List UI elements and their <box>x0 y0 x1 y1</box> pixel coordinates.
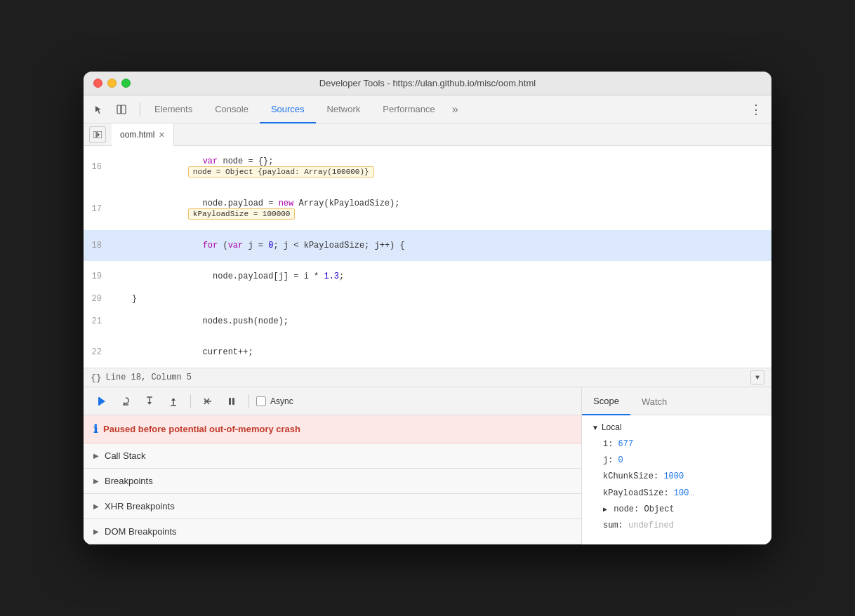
scope-tab-watch[interactable]: Watch <box>630 387 678 415</box>
call-stack-label: Call Stack <box>105 450 146 461</box>
code-lines: 16 var node = {}; node = Object {payload… <box>84 146 771 368</box>
scope-item-sum: sum: undefined <box>592 518 762 534</box>
svg-rect-1 <box>121 105 126 114</box>
scope-local-triangle-icon: ▼ <box>592 424 599 431</box>
line-code-16: var node = {}; node = Object {payload: A… <box>109 147 374 187</box>
debugger-toolbar: Async <box>84 387 581 415</box>
scope-item-i: i: 677 <box>592 436 762 453</box>
minimize-button[interactable] <box>107 79 117 88</box>
main-tabs: Elements Console Sources Network Perform… <box>143 95 746 123</box>
line-number-19: 19 <box>84 272 109 281</box>
cursor-icon[interactable] <box>89 100 109 119</box>
resume-button[interactable] <box>92 391 112 411</box>
breakpoints-arrow-icon: ▶ <box>93 477 99 485</box>
toolbar-icons <box>89 100 131 119</box>
breakpoints-section[interactable]: ▶ Breakpoints <box>84 469 581 494</box>
line-number-20: 20 <box>84 294 109 304</box>
dom-breakpoints-arrow-icon: ▶ <box>93 528 99 535</box>
file-tab-oom-html[interactable]: oom.html × <box>112 123 174 146</box>
code-line-22: 22 current++; <box>84 337 771 368</box>
call-stack-arrow-icon: ▶ <box>93 452 99 460</box>
sidebar-toggle-button[interactable] <box>89 126 106 143</box>
devtools-body: Elements Console Sources Network Perform… <box>84 95 771 544</box>
code-line-16: 16 var node = {}; node = Object {payload… <box>84 146 771 188</box>
pause-on-exception-button[interactable] <box>222 391 241 411</box>
devtools-window: Developer Tools - https://ulan.github.io… <box>84 72 771 544</box>
line-code-21: nodes.push(node); <box>109 307 289 336</box>
file-tab-name: oom.html <box>120 130 154 140</box>
breakpoints-label: Breakpoints <box>105 476 153 486</box>
scope-item-node[interactable]: ▶ node: Object <box>592 502 762 518</box>
line-number-22: 22 <box>84 347 109 357</box>
svg-rect-6 <box>98 397 100 406</box>
deactivate-breakpoints-button[interactable] <box>198 391 218 411</box>
info-icon: ℹ <box>93 422 98 436</box>
status-braces-icon: {} <box>91 373 102 383</box>
left-debugger-panel: Async ℹ Paused before potential out-of-m… <box>84 387 582 544</box>
main-toolbar: Elements Console Sources Network Perform… <box>84 95 771 123</box>
line-code-22: current++; <box>109 337 253 367</box>
line-number-16: 16 <box>84 162 109 172</box>
xhr-breakpoints-label: XHR Breakpoints <box>105 501 175 511</box>
variable-tooltip-node: node = Object {payload: Array(100000)} <box>188 166 374 178</box>
debug-async-divider <box>248 394 249 408</box>
call-stack-section[interactable]: ▶ Call Stack <box>84 443 581 469</box>
variable-tooltip-kpayloadsize: kPayloadSize = 100000 <box>188 208 296 220</box>
async-toggle[interactable]: Async <box>256 396 293 406</box>
async-checkbox[interactable] <box>256 396 266 406</box>
code-line-18: 18 for (var j = 0; j < kPayloadSize; j++… <box>84 230 771 261</box>
tab-sources[interactable]: Sources <box>260 95 316 123</box>
tab-console[interactable]: Console <box>204 95 260 123</box>
svg-marker-4 <box>98 133 100 137</box>
file-tab-close-button[interactable]: × <box>159 129 164 140</box>
line-number-17: 17 <box>84 204 109 214</box>
window-title: Developer Tools - https://ulan.github.io… <box>319 78 536 88</box>
code-line-21: 21 nodes.push(node); <box>84 306 771 337</box>
scope-item-j: j: 0 <box>592 453 762 469</box>
pause-warning-text: Paused before potential out-of-memory cr… <box>103 424 300 434</box>
svg-marker-10 <box>147 402 152 405</box>
more-menu-button[interactable]: ⋮ <box>746 100 766 119</box>
async-label-text: Async <box>270 396 293 406</box>
scope-local-label: ▼ Local <box>592 422 762 432</box>
line-code-18: for (var j = 0; j < kPayloadSize; j++) { <box>109 231 405 260</box>
svg-marker-13 <box>171 398 175 401</box>
scope-tab-scope[interactable]: Scope <box>582 387 630 415</box>
code-editor: 16 var node = {}; node = Object {payload… <box>84 146 771 387</box>
line-number-21: 21 <box>84 316 109 326</box>
xhr-breakpoints-arrow-icon: ▶ <box>93 502 99 510</box>
step-into-button[interactable] <box>140 391 159 411</box>
tab-network[interactable]: Network <box>316 95 372 123</box>
line-code-17: node.payload = new Array(kPayloadSize); … <box>109 189 405 229</box>
scope-tabs: Scope Watch <box>582 387 771 415</box>
dom-breakpoints-section[interactable]: ▶ DOM Breakpoints <box>84 519 581 544</box>
tab-overflow-button[interactable]: » <box>446 95 464 123</box>
status-position: Line 18, Column 5 <box>106 373 192 382</box>
step-over-button[interactable] <box>116 391 135 411</box>
titlebar: Developer Tools - https://ulan.github.io… <box>84 72 771 95</box>
pause-warning-banner: ℹ Paused before potential out-of-memory … <box>84 415 581 443</box>
scope-item-kpayloadsize: kPayloadSize: 100… <box>592 486 762 502</box>
xhr-breakpoints-section[interactable]: ▶ XHR Breakpoints <box>84 494 581 519</box>
maximize-button[interactable] <box>121 79 131 88</box>
line-code-20: } <box>109 294 137 304</box>
toolbar-divider <box>140 102 140 116</box>
tab-elements[interactable]: Elements <box>143 95 204 123</box>
goto-line-button[interactable]: ▼ <box>750 370 764 384</box>
line-number-18: 18 <box>84 241 109 250</box>
line-code-19: node.payload[j] = i * 1.3; <box>109 262 344 291</box>
node-expand-icon: ▶ <box>603 506 607 514</box>
svg-rect-18 <box>229 398 231 405</box>
step-out-button[interactable] <box>164 391 183 411</box>
traffic-lights <box>93 79 131 88</box>
panel-layout-icon[interactable] <box>112 100 131 119</box>
code-line-20: 20 } <box>84 292 771 306</box>
sources-panel: oom.html × 16 var node = {}; node = Obje… <box>84 123 771 544</box>
scope-content: ▼ Local i: 677 j: 0 kChunkS <box>582 415 771 544</box>
status-bar: {} Line 18, Column 5 ▼ <box>84 368 771 387</box>
close-button[interactable] <box>93 79 102 88</box>
tab-performance[interactable]: Performance <box>371 95 446 123</box>
dom-breakpoints-label: DOM Breakpoints <box>105 526 177 537</box>
svg-rect-19 <box>232 398 234 405</box>
code-line-17: 17 node.payload = new Array(kPayloadSize… <box>84 188 771 230</box>
